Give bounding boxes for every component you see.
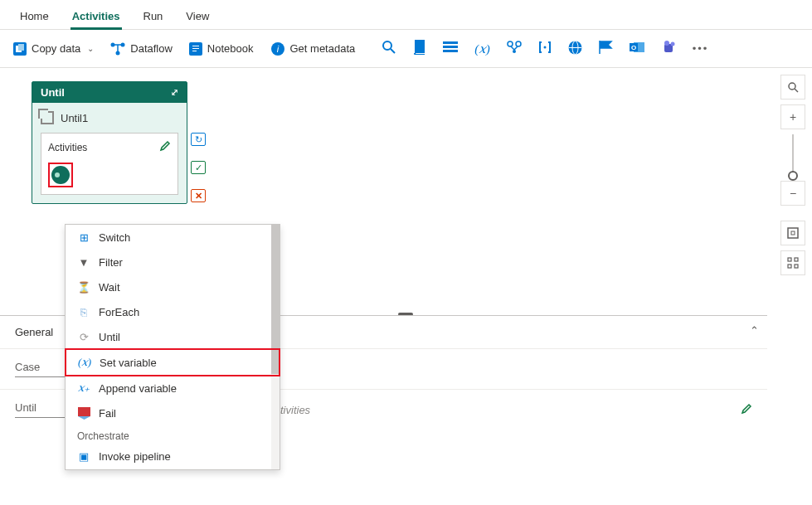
until-activity-card[interactable]: Until ⤢ Until1 Activities: [32, 81, 187, 204]
invoke-pipeline-label: Invoke pipeline: [99, 450, 171, 463]
dataflow-icon: [110, 41, 125, 56]
svg-point-19: [513, 50, 516, 53]
search-icon[interactable]: [375, 35, 403, 62]
notebook-button[interactable]: Notebook: [182, 38, 260, 60]
svg-rect-8: [192, 51, 197, 51]
append-variable-label: Append variable: [99, 382, 177, 395]
until-icon: [41, 111, 54, 124]
zoom-in-button[interactable]: +: [780, 104, 805, 129]
menu-item-foreach[interactable]: ⎘ ForEach: [66, 299, 280, 324]
svg-point-17: [508, 41, 513, 46]
dataflow-label: Dataflow: [130, 42, 173, 55]
list-icon[interactable]: [436, 36, 464, 61]
zoom-slider-handle[interactable]: [788, 171, 798, 181]
svg-rect-34: [788, 258, 791, 261]
set-variable-label: Set variable: [100, 357, 157, 369]
switch-icon: ⊞: [77, 231, 90, 244]
svg-rect-32: [788, 228, 798, 238]
tab-view[interactable]: View: [174, 3, 221, 29]
svg-rect-7: [192, 48, 199, 49]
menu-item-filter[interactable]: ▼ Filter: [66, 250, 280, 274]
menu-item-set-variable[interactable]: (𝑥) Set variable: [65, 348, 280, 376]
copy-data-label: Copy data: [32, 42, 80, 55]
svg-rect-35: [795, 258, 798, 261]
layout-icon[interactable]: [780, 250, 805, 275]
zoom-out-button[interactable]: −: [780, 181, 805, 206]
svg-line-31: [795, 89, 798, 92]
menu-item-until[interactable]: ⟳ Until: [66, 324, 280, 349]
svg-rect-38: [78, 407, 90, 416]
until-card-header: Until ⤢: [32, 82, 187, 103]
add-activity-highlight: [48, 163, 73, 187]
general-tab[interactable]: General: [15, 323, 53, 342]
until-label: Until: [15, 401, 65, 418]
skip-connector-icon[interactable]: ↻: [191, 133, 206, 146]
svg-line-12: [391, 49, 395, 53]
activities-column-partial: tivities: [280, 404, 741, 416]
set-variable-icon: (𝑥): [78, 356, 91, 369]
until-card-name: Until1: [61, 112, 88, 124]
menu-item-append-variable[interactable]: 𝑥₊ Append variable: [66, 376, 280, 401]
until-menu-label: Until: [99, 331, 120, 343]
collapse-panel-icon[interactable]: ⌃: [750, 324, 759, 337]
until-card-title: Until: [41, 86, 65, 99]
canvas-search-icon[interactable]: [780, 75, 805, 100]
main-tabs: Home Activities Run View: [0, 0, 812, 30]
outlook-icon[interactable]: O: [623, 36, 651, 61]
orchestrate-category: Orchestrate: [66, 425, 280, 444]
fail-label: Fail: [99, 407, 116, 420]
svg-rect-1: [18, 44, 24, 51]
get-metadata-button[interactable]: i Get metadata: [264, 37, 362, 61]
dropdown-scrollbar[interactable]: [271, 225, 280, 469]
fail-connector-icon[interactable]: ✕: [191, 189, 206, 202]
svg-rect-13: [415, 40, 425, 53]
zoom-slider[interactable]: [792, 134, 794, 176]
fit-screen-icon[interactable]: [780, 221, 805, 245]
tab-run[interactable]: Run: [132, 3, 175, 29]
wait-icon: ⏳: [77, 280, 90, 294]
connector-badges: ↻ ✓ ✕: [191, 133, 206, 202]
flow-icon[interactable]: [500, 36, 528, 61]
edit-pencil-icon[interactable]: [741, 403, 752, 417]
notebook-icon: [189, 42, 202, 56]
copy-data-button[interactable]: Copy data ⌄: [7, 38, 100, 60]
chevron-down-icon: ⌄: [87, 44, 94, 53]
svg-rect-37: [795, 265, 798, 268]
svg-rect-36: [788, 265, 791, 268]
flag-icon[interactable]: [592, 36, 620, 61]
svg-point-28: [670, 42, 674, 46]
more-icon[interactable]: •••: [686, 37, 716, 60]
add-activity-button[interactable]: [51, 166, 70, 184]
fail-icon: [77, 406, 90, 420]
dataflow-button[interactable]: Dataflow: [104, 37, 179, 61]
foreach-icon: ⎘: [77, 305, 90, 318]
tab-home[interactable]: Home: [8, 3, 61, 29]
teams-icon[interactable]: [654, 36, 683, 61]
variable-icon[interactable]: (𝑥): [468, 36, 496, 61]
script-icon[interactable]: [406, 35, 433, 62]
bracket-icon[interactable]: [532, 36, 558, 61]
invoke-pipeline-icon: ▣: [77, 449, 90, 463]
info-icon: i: [270, 41, 285, 56]
copy-data-icon: [13, 42, 27, 56]
svg-rect-15: [443, 46, 458, 48]
svg-point-11: [383, 41, 391, 50]
menu-item-invoke-pipeline[interactable]: ▣ Invoke pipeline: [66, 444, 280, 464]
pencil-icon[interactable]: [159, 140, 171, 154]
tab-activities[interactable]: Activities: [61, 3, 132, 29]
menu-item-fail[interactable]: Fail: [66, 401, 280, 425]
success-connector-icon[interactable]: ✓: [191, 161, 206, 174]
notebook-label: Notebook: [207, 42, 254, 55]
until-menu-icon: ⟳: [77, 330, 90, 343]
svg-point-30: [789, 83, 795, 90]
menu-item-switch[interactable]: ⊞ Switch: [66, 225, 280, 250]
canvas-controls: + −: [780, 75, 805, 275]
maximize-icon[interactable]: ⤢: [171, 87, 178, 98]
svg-point-18: [516, 41, 521, 46]
globe-icon[interactable]: [562, 36, 589, 62]
menu-item-wait[interactable]: ⏳ Wait: [66, 274, 280, 299]
wait-label: Wait: [99, 281, 120, 294]
switch-label: Switch: [99, 231, 130, 244]
svg-rect-33: [791, 231, 795, 235]
svg-rect-6: [192, 46, 199, 46]
